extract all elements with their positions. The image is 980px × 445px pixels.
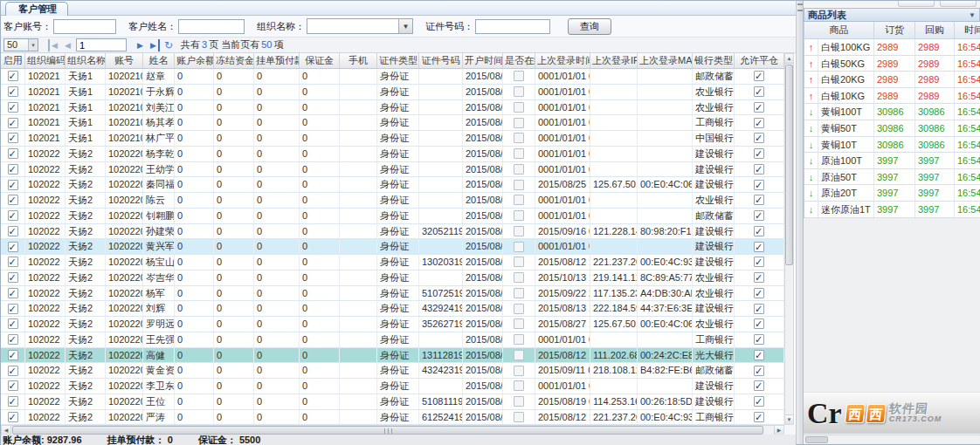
allow-close-checkbox[interactable] [754, 380, 764, 391]
online-checkbox[interactable] [514, 180, 524, 190]
customer-row[interactable]: 102022天扬210202200陈云0000身份证2015/08/120001… [1, 193, 784, 209]
customer-row[interactable]: 102021天扬110202101赵章0000身份证2015/08/120001… [1, 69, 784, 85]
column-header-last_mac[interactable]: 上次登录MAC [638, 53, 693, 68]
enabled-checkbox[interactable] [8, 133, 18, 143]
customer-row[interactable]: 102022天扬210202201岑吉华0000身份证2015/08/12201… [1, 270, 784, 286]
allow-close-checkbox[interactable] [754, 180, 764, 190]
column-header-margin[interactable]: 保证金 [300, 53, 340, 68]
enabled-checkbox[interactable] [8, 210, 18, 221]
customer-row[interactable]: 102022天扬210202201李卫东0000身份证2015/08/12000… [1, 379, 784, 394]
allow-close-checkbox[interactable] [754, 334, 764, 345]
product-column-header[interactable]: 订货 [874, 22, 915, 38]
allow-close-checkbox[interactable] [754, 304, 764, 314]
scroll-right-icon[interactable]: ▶ [774, 426, 783, 435]
customer-row[interactable]: 102022天扬210202200秦同福0000身份证2015/08/12201… [1, 177, 784, 193]
enabled-checkbox[interactable] [8, 148, 18, 159]
combo-arrow-icon[interactable]: ▼ [398, 19, 412, 33]
enabled-checkbox[interactable] [8, 242, 18, 252]
customer-name-input[interactable] [178, 19, 245, 34]
allow-close-checkbox[interactable] [754, 318, 764, 329]
page-number-input[interactable] [76, 38, 127, 51]
online-checkbox[interactable] [514, 71, 524, 81]
search-button[interactable]: 查询 [568, 18, 611, 35]
product-column-header[interactable]: 商品 [804, 22, 874, 38]
page-size-arrow-icon[interactable]: ▾ [28, 39, 38, 51]
scroll-up-icon[interactable]: ▲ [785, 54, 793, 64]
enabled-checkbox[interactable] [8, 102, 18, 113]
customer-row[interactable]: 102022天扬210202200杨宝山0000身份证1302031952015… [1, 255, 784, 270]
enabled-checkbox[interactable] [8, 366, 18, 376]
column-header-phone[interactable]: 手机 [340, 53, 377, 68]
allow-close-checkbox[interactable] [754, 257, 764, 267]
scroll-left-icon[interactable]: ◀ [2, 426, 11, 435]
allow-close-checkbox[interactable] [754, 102, 764, 113]
column-header-open_time[interactable]: 开户时间 [463, 53, 503, 68]
customer-row[interactable]: 102022天扬210202202严涛0000身份证6125241982015/… [1, 410, 784, 426]
online-checkbox[interactable] [514, 242, 524, 252]
panel-menu-icon[interactable]: ▼ [969, 11, 976, 19]
allow-close-checkbox[interactable] [754, 272, 764, 283]
customer-row[interactable]: 102022天扬210202200黄兴军0000身份证2015/08/12000… [1, 239, 784, 255]
enabled-checkbox[interactable] [8, 288, 18, 298]
customer-row[interactable]: 102021天扬110202101于永辉0000身份证2015/08/12000… [1, 85, 784, 100]
allow-close-checkbox[interactable] [754, 242, 764, 252]
online-checkbox[interactable] [514, 164, 524, 175]
column-header-id_number[interactable]: 证件号码 [419, 53, 463, 68]
customer-row[interactable]: 102022天扬210202201杨军0000身份证5107251982015/… [1, 286, 784, 302]
page-size-select[interactable]: 50 ▾ [3, 38, 38, 51]
allow-close-checkbox[interactable] [754, 133, 764, 143]
product-row[interactable]: ↑白银50KG2989298916:54 [804, 56, 980, 72]
customer-row[interactable]: 102022天扬210202201罗明远0000身份证3526271972015… [1, 317, 784, 332]
enabled-checkbox[interactable] [8, 304, 18, 314]
column-header-name[interactable]: 姓名 [143, 53, 175, 68]
column-header-org_name[interactable]: 组织名称 [66, 53, 106, 68]
enabled-checkbox[interactable] [8, 86, 18, 97]
product-row[interactable]: ↓原油50T3997399716:54 [804, 169, 980, 186]
online-checkbox[interactable] [514, 148, 524, 159]
product-row[interactable]: ↓原油20T3997399716:54 [804, 185, 980, 202]
panel-splitter[interactable] [796, 1, 804, 444]
column-header-last_ip[interactable]: 上次登录IP [590, 53, 638, 68]
column-header-org_code[interactable]: 组织编码 [25, 53, 66, 68]
online-checkbox[interactable] [514, 102, 524, 113]
customer-row[interactable]: 102021天扬110202101杨其孝0000身份证2015/08/12000… [1, 115, 784, 131]
enabled-checkbox[interactable] [8, 318, 18, 329]
column-header-balance[interactable]: 账户余额 [175, 53, 214, 68]
online-checkbox[interactable] [514, 304, 524, 314]
allow-close-checkbox[interactable] [754, 86, 764, 97]
allow-close-checkbox[interactable] [754, 396, 764, 407]
enabled-checkbox[interactable] [8, 226, 18, 236]
online-checkbox[interactable] [514, 86, 524, 97]
enabled-checkbox[interactable] [8, 195, 18, 205]
customer-row[interactable]: 102022天扬210202200钊翱鹏0000身份证2015/08/12000… [1, 209, 784, 224]
online-checkbox[interactable] [514, 366, 524, 376]
splitter-handle-icon[interactable] [797, 3, 803, 11]
next-page-icon[interactable]: ▶ [135, 39, 146, 51]
enabled-checkbox[interactable] [8, 334, 18, 345]
allow-close-checkbox[interactable] [754, 366, 764, 376]
product-row[interactable]: ↓黄铜50T309863098616:54 [804, 120, 980, 137]
enabled-checkbox[interactable] [8, 180, 18, 190]
online-checkbox[interactable] [514, 334, 524, 345]
customer-row[interactable]: 102021天扬110202101刘美江0000身份证2015/08/12000… [1, 100, 784, 116]
online-checkbox[interactable] [514, 272, 524, 283]
product-row[interactable]: ↓原油100T3997399716:54 [804, 153, 980, 169]
horizontal-scrollbar-thumb[interactable] [12, 426, 763, 435]
enabled-checkbox[interactable] [8, 380, 18, 391]
vertical-scrollbar[interactable]: ▲ ▼ [784, 53, 794, 425]
allow-close-checkbox[interactable] [754, 71, 764, 81]
partial-toolbar-button[interactable] [940, 1, 977, 7]
column-header-frozen[interactable]: 冻结资金 [214, 53, 254, 68]
customer-row[interactable]: 102022天扬210202201王位0000身份证5108111982015/… [1, 394, 784, 410]
online-checkbox[interactable] [514, 226, 524, 236]
scroll-down-icon[interactable]: ▼ [785, 414, 793, 424]
product-row[interactable]: ↑白银20KG2989298916:54 [804, 72, 980, 88]
customer-account-input[interactable] [53, 19, 116, 34]
product-row[interactable]: ↑白银10KG2989298916:54 [804, 88, 980, 105]
product-row[interactable]: ↓黄铜100T309863098616:54 [804, 104, 980, 120]
product-row[interactable]: ↓黄铜10T309863098616:54 [804, 137, 980, 154]
panel-horizontal-scrollbar[interactable] [804, 435, 980, 444]
customer-row[interactable]: 102022天扬210202200孙建荣0000身份证3205211962015… [1, 224, 784, 240]
id-number-input[interactable] [475, 19, 550, 34]
allow-close-checkbox[interactable] [754, 148, 764, 159]
